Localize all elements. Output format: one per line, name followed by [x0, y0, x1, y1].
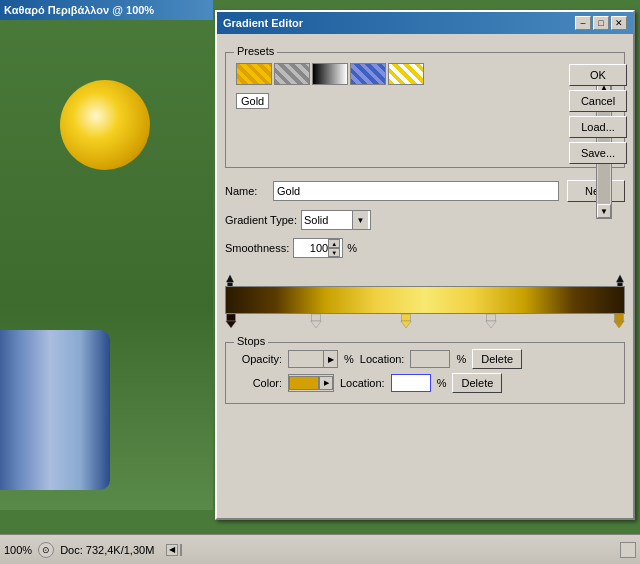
svg-rect-1 [227, 283, 232, 286]
save-button[interactable]: Save... [569, 142, 627, 164]
color-label: Color: [232, 377, 282, 389]
name-input[interactable] [273, 181, 559, 201]
svg-rect-10 [487, 314, 496, 321]
load-button[interactable]: Load... [569, 116, 627, 138]
taskbar-right [620, 542, 636, 558]
svg-rect-8 [402, 314, 411, 321]
taskbar-right-arrow[interactable] [620, 542, 636, 558]
color-arrow[interactable]: ▶ [319, 376, 333, 390]
svg-marker-7 [311, 321, 322, 328]
smoothness-decrement[interactable]: ▼ [328, 248, 340, 257]
dialog-titlebar: Gradient Editor – □ ✕ [217, 12, 633, 34]
smoothness-spinner[interactable]: 100 ▲ ▼ [293, 238, 343, 258]
svg-rect-6 [312, 314, 321, 321]
opacity-location-label: Location: [360, 353, 405, 365]
svg-marker-2 [616, 274, 625, 283]
smoothness-value: 100 [296, 242, 328, 254]
presets-scroll-area[interactable]: Gold [232, 59, 618, 161]
color-stop-1[interactable] [225, 314, 237, 328]
preset-swatch-3[interactable] [312, 63, 348, 85]
color-swatch[interactable] [289, 376, 319, 390]
svg-marker-5 [226, 321, 237, 328]
smoothness-spinner-buttons: ▲ ▼ [328, 239, 340, 257]
preset-swatch-1[interactable] [236, 63, 272, 85]
presets-swatches-container [232, 59, 618, 89]
stops-group-label: Stops [234, 335, 268, 347]
dialog-close-button[interactable]: ✕ [611, 16, 627, 30]
svg-marker-9 [401, 321, 412, 328]
opacity-location-percent: % [456, 353, 466, 365]
presets-empty-area [232, 111, 618, 161]
opacity-value-box: ▶ [288, 350, 338, 368]
gradient-bar[interactable] [225, 286, 625, 314]
canvas-cylinder [0, 330, 110, 490]
gradient-type-select[interactable]: Solid ▼ [301, 210, 371, 230]
app-titlebar: Καθαρό Περιβάλλον @ 100% [0, 0, 213, 20]
color-stop-5[interactable] [613, 314, 625, 328]
opacity-percent: % [344, 353, 354, 365]
dialog-maximize-button[interactable]: □ [593, 16, 609, 30]
stops-group: Stops Opacity: ▶ % Location: % Delete [225, 342, 625, 404]
smoothness-increment[interactable]: ▲ [328, 239, 340, 248]
taskbar-progress: ◀ [166, 544, 184, 556]
color-swatch-container[interactable]: ▶ [288, 374, 334, 392]
cancel-button[interactable]: Cancel [569, 90, 627, 112]
taskbar: 100% ⊙ Doc: 732,4K/1,30M ◀ [0, 534, 640, 564]
smoothness-row: Smoothness: 100 ▲ ▼ % [225, 238, 625, 258]
right-buttons: OK Cancel Load... Save... [569, 64, 627, 164]
preset-swatch-5[interactable] [388, 63, 424, 85]
color-delete-button[interactable]: Delete [452, 373, 502, 393]
color-stop-4[interactable] [485, 314, 497, 328]
opacity-location-box[interactable] [410, 350, 450, 368]
svg-marker-13 [614, 321, 625, 328]
color-location-percent: % [437, 377, 447, 389]
color-stop-3[interactable] [400, 314, 412, 328]
gradient-bottom-stops [225, 314, 625, 334]
opacity-delete-button[interactable]: Delete [472, 349, 522, 369]
presets-group: Presets [225, 52, 625, 168]
smoothness-label: Smoothness: [225, 242, 289, 254]
smoothness-percent: % [347, 242, 357, 254]
opacity-arrow[interactable]: ▶ [323, 351, 337, 367]
dialog-minimize-button[interactable]: – [575, 16, 591, 30]
preset-swatch-2[interactable] [274, 63, 310, 85]
name-field-label: Name: [225, 185, 265, 197]
taskbar-doc-info: Doc: 732,4K/1,30M [60, 544, 154, 556]
color-stop-row: Color: ▶ Location: % Delete [232, 373, 618, 393]
color-location-box[interactable] [391, 374, 431, 392]
preset-swatch-4[interactable] [350, 63, 386, 85]
opacity-stop-right[interactable] [615, 274, 625, 286]
svg-rect-3 [617, 283, 622, 286]
gradient-type-dropdown-arrow[interactable]: ▼ [352, 211, 368, 229]
taskbar-zoom: 100% [4, 544, 32, 556]
opacity-stop-left[interactable] [225, 274, 235, 286]
canvas-sun [60, 80, 150, 170]
svg-rect-4 [227, 314, 236, 321]
taskbar-scroll-left[interactable]: ◀ [166, 544, 178, 556]
svg-rect-12 [615, 314, 624, 321]
dialog-title: Gradient Editor [223, 17, 303, 29]
opacity-label: Opacity: [232, 353, 282, 365]
canvas-background: Καθαρό Περιβάλλον @ 100% [0, 0, 213, 510]
gradient-top-stops [225, 268, 625, 286]
presets-scroll-down[interactable]: ▼ [597, 204, 611, 218]
app-title: Καθαρό Περιβάλλον @ 100% [4, 4, 154, 16]
taskbar-scrollbar[interactable] [180, 544, 182, 556]
dialog-window-controls: – □ ✕ [575, 16, 627, 30]
gradient-type-row: Gradient Type: Solid ▼ [225, 210, 625, 230]
name-row: Name: New [225, 180, 625, 202]
color-stop-2[interactable] [310, 314, 322, 328]
taskbar-status-icon: ⊙ [38, 542, 54, 558]
svg-marker-0 [226, 274, 235, 283]
ok-button[interactable]: OK [569, 64, 627, 86]
gradient-type-value: Solid [304, 214, 350, 226]
svg-marker-11 [486, 321, 497, 328]
gradient-editor-dialog: Gradient Editor – □ ✕ Presets [215, 10, 635, 520]
opacity-stop-row: Opacity: ▶ % Location: % Delete [232, 349, 618, 369]
presets-label: Presets [234, 45, 277, 57]
gradient-bar-area [225, 268, 625, 334]
preset-selected-name[interactable]: Gold [236, 93, 269, 109]
gradient-type-label: Gradient Type: [225, 214, 297, 226]
color-location-label: Location: [340, 377, 385, 389]
